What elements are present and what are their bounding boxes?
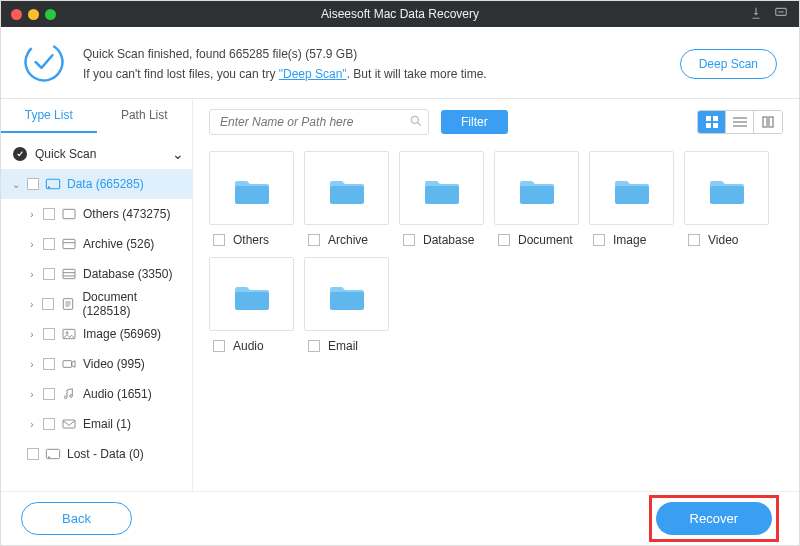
tree-root-quick-scan[interactable]: Quick Scan ⌄ <box>1 139 192 169</box>
folder-icon <box>328 169 366 207</box>
svg-rect-24 <box>763 117 767 127</box>
checkbox[interactable] <box>43 418 55 430</box>
chevron-down-icon[interactable]: ⌄ <box>172 146 182 162</box>
filter-button[interactable]: Filter <box>441 110 508 134</box>
checkbox[interactable] <box>27 448 39 460</box>
folder-tile[interactable]: Document <box>494 151 579 247</box>
database-icon <box>61 267 77 281</box>
titlebar: Aiseesoft Mac Data Recovery <box>1 1 799 27</box>
chevron-right-icon[interactable]: › <box>27 269 37 280</box>
search-input[interactable] <box>209 109 429 135</box>
app-window: Aiseesoft Mac Data Recovery Quick Scan f… <box>0 0 800 546</box>
svg-rect-7 <box>63 209 75 218</box>
video-icon <box>61 357 77 371</box>
share-icon[interactable] <box>749 6 763 23</box>
deep-scan-link[interactable]: "Deep Scan" <box>279 67 347 81</box>
minimize-window-button[interactable] <box>28 9 39 20</box>
tree-node-database[interactable]: › Database (3350) <box>1 259 192 289</box>
column-view-button[interactable] <box>754 111 782 133</box>
svg-point-2 <box>781 11 782 12</box>
close-window-button[interactable] <box>11 9 22 20</box>
folder-tile[interactable]: Audio <box>209 257 294 353</box>
document-icon <box>60 297 76 311</box>
sidebar: Type List Path List Quick Scan ⌄ ⌄ Data … <box>1 99 193 491</box>
checkbox[interactable] <box>43 238 55 250</box>
svg-point-14 <box>64 396 67 399</box>
svg-rect-22 <box>706 123 711 128</box>
folder-label: Audio <box>233 339 264 353</box>
tree-node-archive[interactable]: › Archive (526) <box>1 229 192 259</box>
folder-thumbnail <box>589 151 674 225</box>
tab-path-list[interactable]: Path List <box>97 99 193 133</box>
folder-tile[interactable]: Others <box>209 151 294 247</box>
svg-rect-8 <box>63 239 75 248</box>
folder-label: Image <box>613 233 646 247</box>
svg-point-12 <box>66 332 68 334</box>
checkbox[interactable] <box>43 328 55 340</box>
chevron-right-icon[interactable]: › <box>27 299 36 310</box>
checkbox[interactable] <box>498 234 510 246</box>
view-switcher <box>697 110 783 134</box>
grid-view-button[interactable] <box>698 111 726 133</box>
folder-tile[interactable]: Archive <box>304 151 389 247</box>
tab-type-list[interactable]: Type List <box>1 99 97 133</box>
svg-rect-21 <box>713 116 718 121</box>
chevron-right-icon[interactable]: › <box>27 329 37 340</box>
folder-thumbnail <box>209 257 294 331</box>
feedback-icon[interactable] <box>773 6 789 23</box>
checkbox[interactable] <box>43 268 55 280</box>
checkbox[interactable] <box>43 388 55 400</box>
chevron-down-icon[interactable]: ⌄ <box>11 179 21 190</box>
tree-node-others[interactable]: › Others (473275) <box>1 199 192 229</box>
checkbox[interactable] <box>42 298 54 310</box>
window-controls <box>11 9 56 20</box>
tree-node-email[interactable]: › Email (1) <box>1 409 192 439</box>
disk-icon <box>45 177 61 191</box>
checkbox[interactable] <box>213 340 225 352</box>
svg-point-19 <box>411 116 418 123</box>
checkbox[interactable] <box>308 340 320 352</box>
tree-node-audio[interactable]: › Audio (1651) <box>1 379 192 409</box>
chevron-right-icon[interactable]: › <box>27 209 37 220</box>
checkbox[interactable] <box>27 178 39 190</box>
folder-label: Email <box>328 339 358 353</box>
chevron-right-icon[interactable]: › <box>27 359 37 370</box>
checkbox[interactable] <box>43 358 55 370</box>
folder-icon <box>328 275 366 313</box>
svg-rect-20 <box>706 116 711 121</box>
tree-node-video[interactable]: › Video (995) <box>1 349 192 379</box>
chevron-right-icon[interactable]: › <box>27 389 37 400</box>
folder-tile[interactable]: Video <box>684 151 769 247</box>
tree-node-data[interactable]: ⌄ Data (665285) <box>1 169 192 199</box>
checkbox[interactable] <box>213 234 225 246</box>
folder-icon <box>233 275 271 313</box>
deep-scan-button[interactable]: Deep Scan <box>680 49 777 79</box>
checkbox[interactable] <box>308 234 320 246</box>
recover-button[interactable]: Recover <box>656 502 772 535</box>
tree-node-document[interactable]: › Document (128518) <box>1 289 192 319</box>
file-tree: Quick Scan ⌄ ⌄ Data (665285) › Others (4… <box>1 133 192 491</box>
tree-node-image[interactable]: › Image (56969) <box>1 319 192 349</box>
svg-point-15 <box>70 395 73 398</box>
checkbox[interactable] <box>593 234 605 246</box>
folder-tile[interactable]: Database <box>399 151 484 247</box>
maximize-window-button[interactable] <box>45 9 56 20</box>
tree-node-lost-data[interactable]: Lost - Data (0) <box>1 439 192 469</box>
chevron-right-icon[interactable]: › <box>27 419 37 430</box>
checkbox[interactable] <box>43 208 55 220</box>
checkbox[interactable] <box>403 234 415 246</box>
scan-status-text: Quick Scan finished, found 665285 file(s… <box>83 47 662 61</box>
list-view-button[interactable] <box>726 111 754 133</box>
chevron-right-icon[interactable]: › <box>27 239 37 250</box>
archive-icon <box>61 237 77 251</box>
back-button[interactable]: Back <box>21 502 132 535</box>
checkbox[interactable] <box>688 234 700 246</box>
folder-thumbnail <box>209 151 294 225</box>
folder-tile[interactable]: Email <box>304 257 389 353</box>
folder-label: Document <box>518 233 573 247</box>
folder-tile[interactable]: Image <box>589 151 674 247</box>
svg-point-6 <box>48 187 49 188</box>
folder-label: Video <box>708 233 738 247</box>
search-icon[interactable] <box>409 114 423 131</box>
folder-icon <box>233 169 271 207</box>
